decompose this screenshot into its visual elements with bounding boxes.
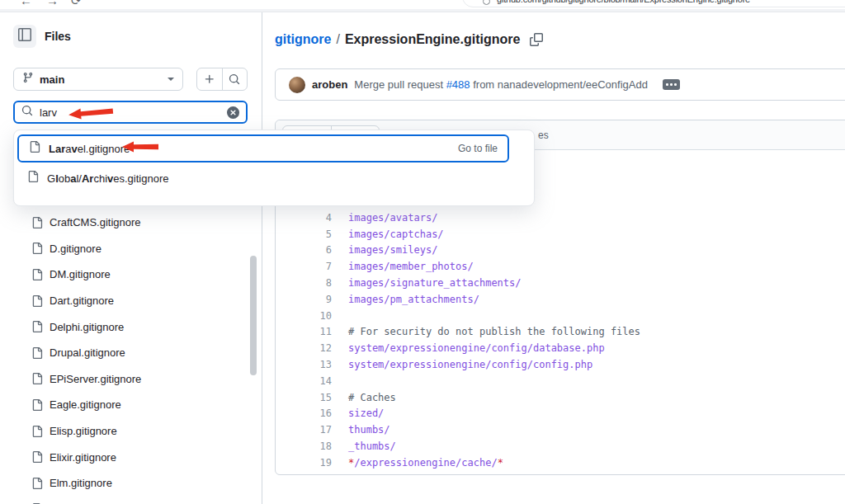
annotation-arrow-result — [121, 140, 159, 153]
git-branch-icon — [22, 72, 34, 87]
search-result-laravel[interactable]: Laravel.gitignore Go to file — [17, 134, 509, 163]
tree-actions-group — [196, 68, 248, 91]
line-number[interactable]: 8 — [276, 277, 342, 289]
code-text: images/member_photos/ — [342, 261, 474, 272]
file-name: D.gitignore — [50, 243, 101, 255]
file-search-field[interactable] — [13, 101, 248, 124]
code-text: images/pm_attachments/ — [342, 294, 479, 305]
code-text: images/signature_attachments/ — [342, 277, 522, 289]
line-number[interactable]: 6 — [276, 244, 342, 256]
sidebar-file-list: CraftCMS.gitignoreD.gitignoreDM.gitignor… — [0, 210, 248, 504]
branch-name: main — [40, 73, 162, 86]
file-search-dropdown: Laravel.gitignore Go to file Global/Arch… — [13, 130, 535, 206]
breadcrumb: gitignore / ExpressionEngine.gitignore — [275, 32, 543, 47]
line-number[interactable]: 16 — [276, 407, 342, 419]
code-text: sized/ — [342, 407, 384, 419]
clear-search-icon[interactable] — [227, 106, 239, 119]
code-text: # Caches — [342, 392, 396, 403]
line-number[interactable]: 13 — [276, 359, 342, 370]
breadcrumb-repo-link[interactable]: gitignore — [275, 32, 331, 47]
code-line: 8images/signature_attachments/ — [276, 275, 845, 291]
file-name: DM.gitignore — [50, 268, 111, 280]
browser-back-icon[interactable]: ← — [20, 0, 32, 7]
file-icon — [31, 451, 43, 463]
sidebar-file-item[interactable]: Elisp.gitignore — [0, 418, 248, 445]
line-number[interactable]: 11 — [276, 326, 342, 337]
sidebar-file-item[interactable]: Eagle.gitignore — [0, 392, 248, 418]
file-icon — [31, 269, 43, 280]
breadcrumb-file-name: ExpressionEngine.gitignore — [345, 32, 520, 47]
pr-link[interactable]: #488 — [446, 78, 470, 91]
commit-author-link[interactable]: aroben — [312, 78, 347, 91]
commit-ellipsis-button[interactable] — [663, 79, 680, 90]
sidebar-file-item[interactable]: Elm.gitignore — [0, 470, 248, 497]
code-line: 17thumbs/ — [276, 422, 845, 438]
file-icon — [31, 426, 43, 437]
sidebar-file-item[interactable]: Delphi.gitignore — [0, 313, 248, 340]
sidebar-file-item[interactable]: Elixir.gitignore — [0, 444, 248, 470]
file-icon — [31, 347, 43, 359]
code-text: images/captchas/ — [342, 228, 444, 240]
add-file-button[interactable] — [197, 68, 222, 90]
line-number[interactable]: 18 — [276, 440, 342, 452]
file-icon — [31, 399, 43, 411]
code-line: 5images/captchas/ — [276, 226, 845, 243]
file-name: Elm.gitignore — [50, 477, 112, 489]
sidebar-file-item[interactable]: Drupal.gitignore — [0, 340, 248, 366]
file-icon — [31, 478, 43, 489]
copy-path-button[interactable] — [530, 33, 543, 46]
search-tree-button[interactable] — [222, 68, 248, 90]
files-heading: Files — [45, 30, 71, 43]
line-number[interactable]: 19 — [276, 457, 342, 469]
search-icon — [21, 105, 33, 120]
file-icon — [31, 217, 43, 228]
code-line: 19*/expressionengine/cache/* — [276, 455, 845, 471]
result-file-name: Laravel.gitignore — [49, 143, 130, 155]
code-line: 9images/pm_attachments/ — [276, 291, 845, 308]
code-line: 4images/avatars/ — [276, 210, 845, 226]
line-number[interactable]: 14 — [276, 375, 342, 387]
line-number[interactable]: 17 — [276, 424, 342, 436]
file-name: Delphi.gitignore — [50, 321, 124, 333]
branch-selector[interactable]: main — [13, 68, 183, 91]
file-name: Drupal.gitignore — [50, 346, 125, 359]
code-text: # For security do not publish the follow… — [342, 326, 640, 337]
collapse-file-tree-button[interactable] — [13, 25, 36, 48]
code-line: 7images/member_photos/ — [276, 258, 845, 275]
code-line: 11# For security do not publish the foll… — [276, 324, 845, 341]
code-text: system/expressionengine/config/config.ph… — [342, 359, 592, 370]
search-result-global-archives[interactable]: Global/Archives.gitignore — [17, 166, 509, 191]
line-number[interactable]: 5 — [276, 228, 342, 240]
code-line: 6images/smileys/ — [276, 243, 845, 259]
file-icon — [31, 295, 43, 307]
file-icon — [31, 373, 43, 384]
code-line: 14 — [276, 373, 845, 389]
sidebar-file-item[interactable] — [0, 497, 248, 504]
code-line: 15# Caches — [276, 389, 845, 406]
avatar[interactable] — [289, 77, 305, 93]
url-text[interactable]: github.com/github/gitignore/blob/main/Ex… — [497, 0, 750, 4]
file-name: Elixir.gitignore — [50, 451, 116, 464]
sidebar-scrollbar[interactable] — [250, 256, 257, 375]
line-number[interactable]: 4 — [276, 212, 342, 224]
browser-forward-icon[interactable]: → — [46, 0, 59, 7]
code-line: 16sized/ — [276, 406, 845, 422]
line-number[interactable]: 7 — [276, 261, 342, 272]
browser-reload-icon[interactable]: ⟳ — [71, 0, 82, 8]
line-number[interactable]: 15 — [276, 392, 342, 403]
line-number[interactable]: 10 — [276, 310, 342, 322]
file-name: Eagle.gitignore — [50, 398, 121, 411]
sidebar-file-item[interactable]: Dart.gitignore — [0, 288, 248, 314]
sidebar-file-item[interactable]: D.gitignore — [0, 236, 248, 262]
sidebar-file-item[interactable]: EPiServer.gitignore — [0, 366, 248, 393]
page: ← → ⟳ github.com/github/gitignore/blob/m… — [0, 0, 845, 504]
result-file-name: Global/Archives.gitignore — [47, 172, 168, 185]
browser-page-divider — [0, 9, 845, 12]
sidebar-file-item[interactable]: DM.gitignore — [0, 261, 248, 288]
sidebar-file-item[interactable]: CraftCMS.gitignore — [0, 210, 248, 236]
file-name: EPiServer.gitignore — [50, 373, 141, 385]
code-line: 10 — [276, 308, 845, 324]
file-name: Dart.gitignore — [50, 294, 114, 307]
line-number[interactable]: 9 — [276, 294, 342, 305]
line-number[interactable]: 12 — [276, 342, 342, 354]
